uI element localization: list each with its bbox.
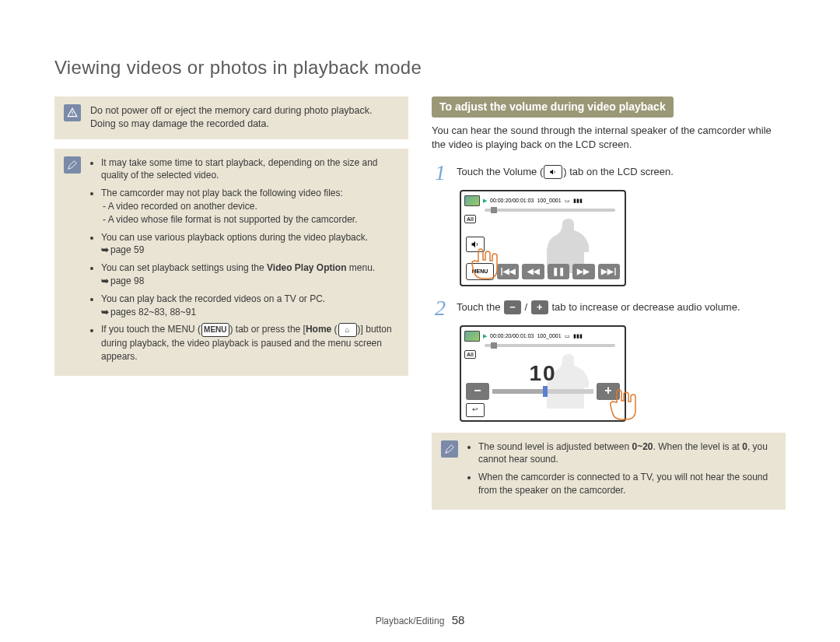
minus-icon: −	[504, 300, 521, 314]
warning-text: Do not power off or eject the memory car…	[90, 104, 372, 132]
battery-icon: ▮▮▮	[573, 197, 583, 205]
play-indicator-icon: ▶	[483, 332, 487, 340]
card-icon: ▭	[565, 332, 570, 340]
battery-icon: ▮▮▮	[573, 332, 583, 340]
list-item: You can set playback settings using the …	[101, 261, 399, 288]
skip-back-button[interactable]: |◀◀	[497, 264, 519, 279]
section-heading: To adjust the volume during video playba…	[432, 96, 674, 118]
lcd-screenshot-1: ▶ 00:00:20/00:01:03 100_0001 ▭ ▮▮▮ All	[460, 190, 626, 286]
step-text: Touch the Volume () tab on the LCD scree…	[457, 162, 674, 180]
volume-down-button[interactable]: −	[466, 383, 489, 400]
card-icon: ▭	[565, 197, 570, 205]
list-item: It may take some time to start playback,…	[101, 156, 399, 183]
footer-page-number: 58	[447, 613, 465, 626]
progress-bar	[485, 209, 615, 212]
pencil-icon	[441, 440, 458, 458]
page-title: Viewing videos or photos in playback mod…	[54, 54, 786, 81]
notes-right-list: The sound level is adjusted between 0~20…	[467, 440, 776, 502]
timecode: 00:00:20/00:01:03	[490, 197, 534, 205]
page: Viewing videos or photos in playback mod…	[0, 0, 840, 642]
play-indicator-icon: ▶	[483, 197, 487, 205]
tag-all: All	[464, 215, 476, 224]
rewind-button[interactable]: ◀◀	[522, 264, 544, 279]
clip-name: 100_0001	[537, 197, 561, 205]
step-1: 1 Touch the Volume () tab on the LCD scr…	[432, 162, 786, 184]
volume-slider[interactable]	[492, 389, 593, 394]
svg-point-1	[72, 114, 72, 115]
lcd-screenshot-2: ▶ 00:00:20/00:01:03 100_0001 ▭ ▮▮▮ All 1…	[460, 325, 626, 422]
list-item: If you touch the MENU (MENU) tab or pres…	[101, 323, 399, 363]
list-item: The sound level is adjusted between 0~20…	[478, 440, 776, 467]
list-item: When the camcorder is connected to a TV,…	[478, 471, 776, 497]
plus-icon: +	[531, 300, 548, 314]
warning-box: Do not power off or eject the memory car…	[54, 96, 408, 139]
step-text: Touch the − / + tab to increase or decre…	[457, 297, 740, 315]
touch-hand-icon	[607, 387, 639, 422]
clip-name: 100_0001	[537, 332, 561, 340]
step-2: 2 Touch the − / + tab to increase or dec…	[432, 297, 786, 319]
intro-paragraph: You can hear the sound through the inter…	[432, 124, 786, 152]
left-column: Do not power off or eject the memory car…	[54, 96, 408, 510]
step-number: 1	[432, 162, 449, 184]
notes-left-list: It may take some time to start playback,…	[90, 156, 399, 368]
left-tags: All	[464, 215, 476, 224]
lcd-topbar: ▶ 00:00:20/00:01:03 100_0001 ▭ ▮▮▮	[464, 330, 621, 342]
page-footer: Playback/Editing 58	[0, 612, 840, 628]
right-column: To adjust the volume during video playba…	[432, 96, 786, 510]
menu-icon: MENU	[201, 323, 229, 337]
page-ref: ➥page 98	[101, 275, 144, 288]
speaker-icon	[544, 165, 562, 179]
warning-icon	[64, 104, 81, 121]
touch-hand-icon	[469, 246, 500, 281]
pencil-icon	[64, 156, 81, 174]
warning-line1: Do not power off or eject the memory car…	[90, 105, 372, 116]
forward-button[interactable]: ▶▶	[572, 264, 594, 279]
lcd-topbar: ▶ 00:00:20/00:01:03 100_0001 ▭ ▮▮▮	[464, 195, 621, 207]
page-ref: ➥pages 82~83, 88~91	[101, 306, 196, 319]
skip-forward-button[interactable]: ▶▶|	[598, 264, 620, 279]
list-item: The camcorder may not play back the foll…	[101, 187, 399, 226]
list-item: You can use various playback options dur…	[101, 231, 399, 258]
footer-section: Playback/Editing	[376, 616, 445, 626]
list-item: You can play back the recorded videos on…	[101, 293, 399, 319]
timecode: 00:00:20/00:01:03	[490, 332, 534, 340]
thumbnail-icon	[464, 195, 480, 206]
step-number: 2	[432, 297, 449, 319]
notes-left-box: It may take some time to start playback,…	[54, 149, 408, 376]
warning-line2: Doing so may damage the recorded data.	[90, 118, 269, 129]
back-button[interactable]: ↩	[466, 403, 485, 417]
page-ref: ➥page 59	[101, 244, 144, 257]
thumbnail-icon	[464, 331, 480, 342]
pause-button[interactable]: ❚❚	[548, 264, 569, 279]
home-icon: ⌂	[338, 323, 357, 337]
progress-bar	[485, 344, 615, 347]
notes-right-box: The sound level is adjusted between 0~20…	[432, 433, 786, 510]
content-columns: Do not power off or eject the memory car…	[54, 96, 786, 510]
